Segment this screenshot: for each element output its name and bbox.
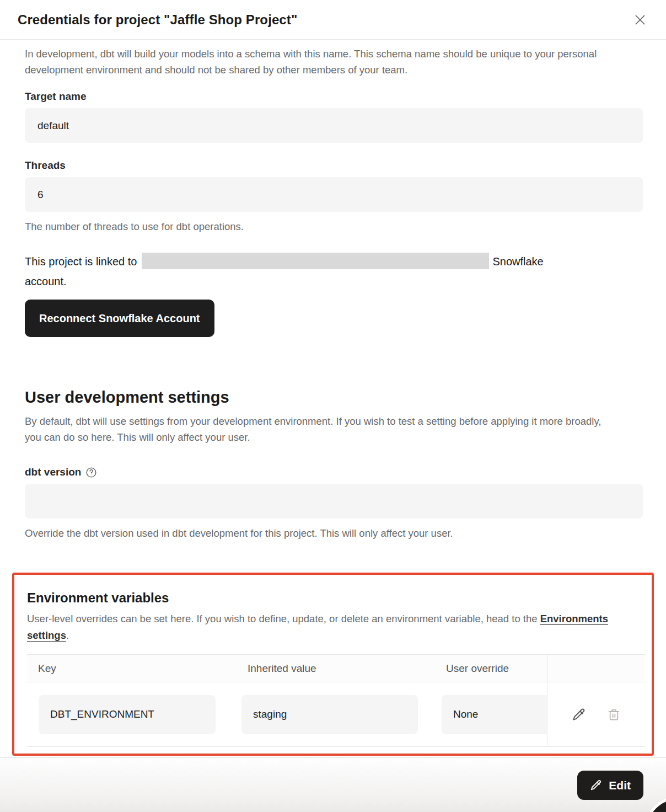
close-icon [633,13,647,27]
help-icon[interactable] [85,467,97,478]
edit-pencil-icon [590,779,603,792]
close-button[interactable] [631,10,649,29]
threads-label: Threads [25,159,643,172]
threads-input[interactable]: 6 [25,177,643,212]
environment-variables-table: Key Inherited value User override DBT_EN… [27,654,645,747]
modal-header: Credentials for project "Jaffle Shop Pro… [0,0,666,40]
dbt-version-label: dbt version [25,466,643,478]
env-var-inherited-cell: staging [241,695,418,734]
pencil-icon [572,707,587,722]
dbt-version-input[interactable] [25,484,643,519]
edit-button[interactable]: Edit [577,771,643,800]
column-header-user-override: User override [435,663,547,675]
table-row: DBT_ENVIRONMENT staging None [27,682,645,747]
target-name-input[interactable]: default [25,108,643,143]
column-header-key: Key [27,663,237,675]
column-header-inherited-value: Inherited value [237,663,435,675]
column-header-actions [547,655,645,682]
row-actions-cell [547,682,645,746]
linked-account-text-before: This project is linked to [25,255,137,268]
trash-icon [607,708,621,722]
env-desc-before: User-level overrides can be set here. If… [27,613,540,624]
environment-variables-heading: Environment variables [27,590,643,606]
edit-variable-button[interactable] [571,706,588,723]
modal-footer: Edit [0,757,666,812]
reconnect-snowflake-button[interactable]: Reconnect Snowflake Account [25,300,214,337]
table-header-row: Key Inherited value User override [27,654,645,682]
edit-button-label: Edit [609,779,631,792]
schema-intro-text: In development, dbt will build your mode… [25,46,643,78]
modal-title: Credentials for project "Jaffle Shop Pro… [18,12,297,28]
linked-account-text-line2: account. [25,275,67,287]
target-name-label: Target name [25,90,643,103]
env-var-key-cell: DBT_ENVIRONMENT [39,695,216,734]
user-dev-settings-heading: User development settings [25,388,643,407]
env-desc-after: . [66,629,69,641]
linked-account-text: This project is linked toSnowflakeaccoun… [25,252,643,291]
environment-variables-description: User-level overrides can be set here. If… [27,611,642,644]
redacted-account-name [142,253,489,269]
dbt-version-helper-text: Override the dbt version used in dbt dev… [25,527,643,539]
modal-body: In development, dbt will build your mode… [0,46,666,756]
environment-variables-section: Environment variables User-level overrid… [12,573,654,756]
threads-helper-text: The number of threads to use for dbt ope… [25,221,643,233]
delete-variable-button[interactable] [606,707,622,723]
dbt-version-label-text: dbt version [25,466,81,478]
linked-account-text-after: Snowflake [492,255,543,268]
user-dev-settings-description: By default, dbt will use settings from y… [25,413,620,445]
env-var-override-cell: None [442,695,547,734]
